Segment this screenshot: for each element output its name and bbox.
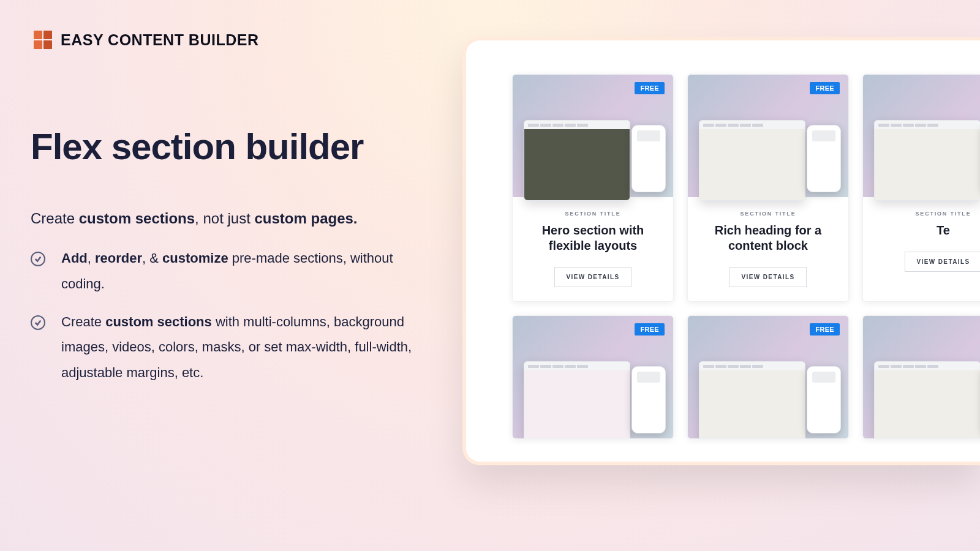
- card-title: Rich heading for a content block: [696, 223, 840, 253]
- section-card[interactable]: FREESECTION TITLEHero section with flexi…: [512, 74, 674, 302]
- card-thumb: FREE: [513, 75, 673, 197]
- check-icon: [31, 252, 45, 266]
- feature-item: Add, reorder, & customize pre-made secti…: [31, 246, 423, 297]
- card-kicker: SECTION TITLE: [872, 211, 980, 217]
- brand-logo-icon: [34, 31, 52, 49]
- card-title: Hero section with flexible layouts: [521, 223, 665, 253]
- card-title: Te: [872, 223, 980, 238]
- card-thumb: FREE: [863, 316, 980, 438]
- brand: EASY CONTENT BUILDER: [34, 31, 258, 49]
- free-badge: FREE: [635, 323, 665, 335]
- showcase-panel: FREESECTION TITLEHero section with flexi…: [462, 37, 980, 465]
- subheadline: Create custom sections, not just custom …: [31, 208, 423, 230]
- card-thumb: FREE: [863, 75, 980, 197]
- feature-list: Add, reorder, & customize pre-made secti…: [31, 246, 423, 386]
- card-thumb: FREE: [513, 316, 673, 438]
- free-badge: FREE: [635, 82, 665, 94]
- card-thumb: FREE: [688, 316, 848, 438]
- check-icon: [31, 315, 45, 330]
- card-kicker: SECTION TITLE: [696, 211, 840, 217]
- feature-item: Create custom sections with multi-column…: [31, 309, 423, 386]
- card-thumb: FREE: [688, 75, 848, 197]
- copy-block: Flex section builder Create custom secti…: [31, 126, 423, 398]
- view-details-button[interactable]: VIEW DETAILS: [554, 267, 631, 287]
- section-card[interactable]: FREE: [512, 315, 674, 439]
- section-card[interactable]: FREE: [687, 315, 849, 439]
- section-card[interactable]: FREESECTION TITLETeVIEW DETAILS: [862, 74, 980, 302]
- view-details-button[interactable]: VIEW DETAILS: [905, 252, 980, 272]
- card-kicker: SECTION TITLE: [521, 211, 665, 217]
- view-details-button[interactable]: VIEW DETAILS: [729, 267, 806, 287]
- section-card[interactable]: FREESECTION TITLERich heading for a cont…: [687, 74, 849, 302]
- section-card[interactable]: FREE: [862, 315, 980, 439]
- free-badge: FREE: [810, 82, 840, 94]
- free-badge: FREE: [810, 323, 840, 335]
- brand-name: EASY CONTENT BUILDER: [61, 31, 258, 49]
- page-headline: Flex section builder: [31, 126, 423, 168]
